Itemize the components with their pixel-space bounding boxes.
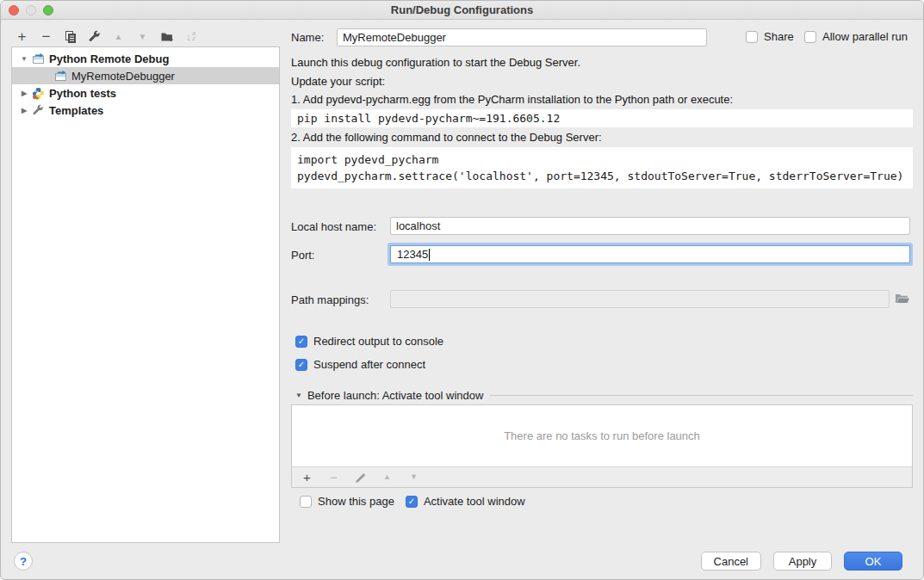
cancel-button[interactable]: Cancel [701,552,761,571]
close-window-button[interactable] [9,5,19,15]
checkbox-box[interactable] [804,31,816,43]
sort-configurations-button: ↓az [183,29,198,44]
show-this-page-label: Show this page [318,495,394,508]
up-arrow-icon: ▲ [383,470,391,484]
check-icon: ✓ [298,336,305,346]
code-line-settrace: pydevd_pycharm.settrace('localhost', por… [297,168,907,184]
checkbox-box[interactable]: ✓ [295,336,307,348]
title-bar: Run/Debug Configurations [1,1,923,20]
pip-install-command[interactable]: pip install pydevd-pycharm~=191.6605.12 [291,109,913,127]
copy-icon [64,30,77,43]
share-checkbox[interactable]: Share [746,30,794,43]
ok-button[interactable]: OK [844,552,902,571]
chevron-down-icon[interactable]: ▼ [17,55,31,63]
tree-item-myremotedebugger[interactable]: MyRemoteDebugger [12,67,279,84]
header-rule [490,395,913,396]
before-launch-task-list: There are no tasks to run before launch … [291,404,913,488]
show-this-page-checkbox[interactable]: Show this page [300,495,394,508]
sort-az-icon: ↓az [186,29,195,44]
edit-defaults-button[interactable] [87,29,102,44]
copy-configuration-button[interactable] [63,29,78,44]
check-icon: ✓ [408,497,415,506]
chevron-right-icon[interactable]: ▶ [17,107,31,114]
new-folder-button[interactable] [159,29,174,44]
path-mappings-label: Path mappings: [291,293,369,306]
add-configuration-button[interactable]: + [15,29,29,44]
tree-item-label: Python tests [49,87,116,100]
configurations-tree: ▼ Python Remote Debug MyRemoteDebugger ▶… [11,46,280,543]
traffic-lights [9,5,53,15]
checkbox-box[interactable] [300,496,312,508]
checkbox-box[interactable]: ✓ [295,359,307,371]
window-title: Run/Debug Configurations [1,1,923,20]
tree-item-label: MyRemoteDebugger [71,70,175,83]
zoom-window-button[interactable] [43,5,53,15]
allow-parallel-run-label: Allow parallel run [822,30,908,43]
port-value: 12345 [397,248,428,261]
activate-tool-window-label: Activate tool window [424,495,525,508]
dialog-buttons: Cancel Apply OK [701,552,902,571]
name-label: Name: [291,31,324,44]
help-button[interactable]: ? [14,552,33,571]
apply-button[interactable]: Apply [773,552,832,571]
activate-tool-window-checkbox[interactable]: ✓ Activate tool window [406,495,525,508]
tree-item-python-remote-debug[interactable]: ▼ Python Remote Debug [12,50,279,67]
check-icon: ✓ [298,360,305,369]
python-tests-icon [31,86,45,100]
move-up-button: ▲ [111,29,126,44]
move-task-up-button: ▲ [380,470,394,484]
code-line-import: import pydevd_pycharm [297,151,907,168]
redirect-output-checkbox[interactable]: ✓ Redirect output to console [295,335,443,348]
before-launch-header[interactable]: ▼ Before launch: Activate tool window [295,389,913,402]
tree-item-python-tests[interactable]: ▶ Python tests [12,84,279,102]
tree-item-templates[interactable]: ▶ Templates [12,102,279,119]
minus-icon: − [42,29,51,44]
allow-parallel-run-checkbox[interactable]: Allow parallel run [804,30,908,43]
up-arrow-icon: ▲ [115,29,123,44]
chevron-down-icon[interactable]: ▼ [295,392,302,399]
local-host-name-input[interactable] [390,217,910,235]
wrench-icon [88,30,101,43]
tree-item-label: Templates [49,104,103,117]
down-arrow-icon: ▼ [410,470,418,484]
name-row: Name: Share Allow parallel run [291,28,913,47]
checkbox-box[interactable]: ✓ [406,496,418,508]
chevron-right-icon[interactable]: ▶ [17,89,31,97]
task-list-toolbar: + − ▲ ▼ [292,466,912,487]
pencil-icon [355,472,366,483]
plus-icon: + [303,470,311,484]
remove-task-button: − [326,470,341,484]
run-debug-configurations-dialog: Run/Debug Configurations + − ▲ ▼ ↓az ▼ [0,0,924,580]
suspend-after-connect-label: Suspend after connect [313,358,425,371]
share-label: Share [764,30,794,43]
checkbox-box[interactable] [746,31,758,43]
remote-debug-config-icon [53,69,67,83]
path-mappings-input[interactable] [390,290,890,308]
instruction-step-1: 1. Add pydevd-pycharm.egg from the PyCha… [291,93,733,106]
footer-options-row: Show this page ✓ Activate tool window [300,495,525,508]
instruction-step-2: 2. Add the following command to connect … [291,131,602,144]
folder-add-icon [160,30,174,43]
down-arrow-icon: ▼ [139,29,147,44]
tree-item-label: Python Remote Debug [49,52,169,65]
move-task-down-button: ▼ [406,470,421,484]
open-folder-icon [895,293,910,305]
suspend-after-connect-checkbox[interactable]: ✓ Suspend after connect [295,358,425,371]
empty-task-list-text: There are no tasks to run before launch [292,405,912,466]
move-down-button: ▼ [135,29,150,44]
text-caret [429,249,430,261]
before-launch-title: Before launch: Activate tool window [307,389,484,402]
remove-configuration-button[interactable]: − [39,29,53,44]
instruction-line-1: Launch this debug configuration to start… [291,56,580,69]
remote-debug-config-icon [31,52,45,65]
add-task-button[interactable]: + [300,470,314,484]
port-label: Port: [291,249,314,262]
local-host-name-label: Local host name: [291,220,376,233]
minus-icon: − [330,470,338,484]
configurations-toolbar: + − ▲ ▼ ↓az [15,27,198,46]
browse-path-mappings-button[interactable] [893,291,912,307]
question-mark-icon: ? [20,555,27,568]
port-input[interactable]: 12345 [390,245,910,263]
name-input[interactable] [337,28,707,46]
settrace-code-block[interactable]: import pydevd_pycharm pydevd_pycharm.set… [291,147,913,188]
